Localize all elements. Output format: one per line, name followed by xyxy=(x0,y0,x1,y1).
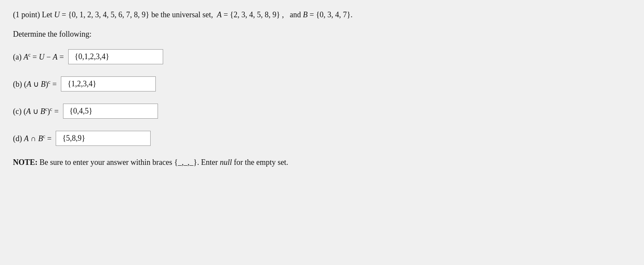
note-text2: for the empty set. xyxy=(232,158,288,167)
b-variable: B xyxy=(303,10,308,19)
part-c-answer-box[interactable]: {0,4,5} xyxy=(63,104,158,119)
part-b-label: (b) (A ∪ B)c = xyxy=(13,79,57,89)
part-c-label: (c) (A ∪ Bc)c = xyxy=(13,106,59,116)
and-text: and xyxy=(290,10,301,19)
part-a-answer-box[interactable]: {0,1,2,3,4} xyxy=(68,49,163,64)
note-text1: Be sure to enter your answer within brac… xyxy=(40,158,220,167)
part-b-answer-box[interactable]: {1,2,3,4} xyxy=(61,76,156,91)
note-bold: NOTE: xyxy=(13,158,38,167)
a-variable: A xyxy=(217,10,221,19)
part-d: (d) A ∩ Bc = {5,8,9} xyxy=(13,131,631,146)
problem-header: (1 point) Let U = {0, 1, 2, 3, 4, 5, 6, … xyxy=(13,9,631,21)
points-label: (1 point) xyxy=(13,10,40,19)
part-c: (c) (A ∪ Bc)c = {0,4,5} xyxy=(13,104,631,119)
note-italic: null xyxy=(220,158,232,167)
part-d-answer-box[interactable]: {5,8,9} xyxy=(56,131,151,146)
part-b: (b) (A ∪ B)c = {1,2,3,4} xyxy=(13,76,631,91)
u-variable: U xyxy=(54,10,60,19)
part-a-label: (a) Ac = U − A = xyxy=(13,52,64,62)
note-section: NOTE: Be sure to enter your answer withi… xyxy=(13,158,631,167)
determine-label: Determine the following: xyxy=(13,30,631,39)
part-a: (a) Ac = U − A = {0,1,2,3,4} xyxy=(13,49,631,64)
part-d-label: (d) A ∩ Bc = xyxy=(13,133,51,143)
